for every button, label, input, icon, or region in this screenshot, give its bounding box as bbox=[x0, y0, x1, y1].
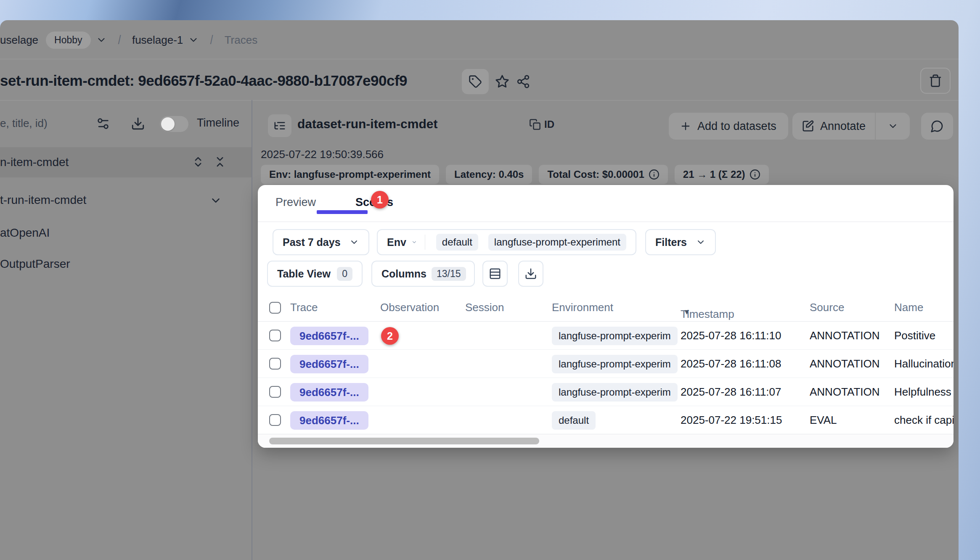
annotate-button[interactable]: Annotate bbox=[792, 113, 875, 140]
collapse-all-icon[interactable] bbox=[214, 155, 226, 169]
divider bbox=[425, 235, 425, 250]
col-environment[interactable]: Environment bbox=[552, 301, 613, 314]
environment-chip: langfuse-prompt-experim bbox=[552, 383, 678, 402]
env-value-chip[interactable]: langfuse-prompt-experiment bbox=[488, 234, 626, 251]
table-row[interactable]: 9ed6657f-... default 2025-07-22 19:51:15… bbox=[258, 406, 954, 434]
col-observation[interactable]: Observation bbox=[380, 301, 439, 314]
breadcrumb-project[interactable]: fuselage-1 bbox=[132, 34, 183, 47]
trace-id-chip[interactable]: 9ed6657f-... bbox=[290, 383, 368, 402]
annotate-pen-icon bbox=[802, 120, 814, 132]
name-cell: check if capital bbox=[894, 414, 954, 427]
sidebar-item[interactable]: t-run-item-cmdet bbox=[0, 188, 252, 212]
divider bbox=[0, 100, 959, 100]
row-density-button[interactable] bbox=[482, 261, 508, 287]
env-badge: Env: langfuse-prompt-experiment bbox=[261, 165, 439, 184]
star-button[interactable] bbox=[495, 74, 510, 89]
sidebar-item-label: n-item-cmdet bbox=[0, 156, 69, 169]
info-icon[interactable] bbox=[750, 169, 760, 180]
page-title: set-run-item-cmdet: 9ed6657f-52a0-4aac-9… bbox=[0, 72, 407, 89]
environment-chip: default bbox=[552, 411, 596, 430]
tag-button[interactable] bbox=[462, 69, 489, 94]
timestamp-cell: 2025-07-22 19:51:15 bbox=[681, 414, 782, 427]
annotation-marker-1: 1 bbox=[371, 191, 389, 209]
environment-chip: langfuse-prompt-experim bbox=[552, 355, 678, 373]
row-checkbox[interactable] bbox=[269, 414, 281, 426]
dimmed-app-panel: uselage Hobby / fuselage-1 / Traces set-… bbox=[0, 20, 959, 560]
table-view-button[interactable]: Table View 0 bbox=[267, 261, 363, 287]
columns-count: 13/15 bbox=[432, 267, 466, 281]
info-icon[interactable] bbox=[649, 169, 660, 180]
tab-bar: Preview Scores 1 bbox=[258, 185, 954, 222]
download-icon bbox=[524, 267, 537, 280]
table-row[interactable]: 9ed6657f-... langfuse-prompt-experim 202… bbox=[258, 350, 954, 378]
sidebar-item[interactable]: atOpenAI bbox=[0, 221, 252, 245]
name-cell: Postitive bbox=[894, 329, 935, 342]
filter-settings-icon[interactable] bbox=[95, 115, 111, 132]
table-row[interactable]: 9ed6657f-... langfuse-prompt-experim 202… bbox=[258, 378, 954, 406]
row-checkbox[interactable] bbox=[269, 330, 281, 341]
expand-all-icon[interactable] bbox=[192, 155, 204, 169]
add-to-datasets-button[interactable]: Add to datasets bbox=[669, 113, 788, 140]
chevron-down-icon[interactable] bbox=[188, 34, 199, 45]
name-cell: Hallucination bbox=[894, 357, 954, 370]
row-checkbox[interactable] bbox=[269, 358, 281, 370]
breadcrumb-separator: / bbox=[118, 33, 121, 47]
col-trace[interactable]: Trace bbox=[290, 301, 318, 314]
toggle-knob bbox=[161, 117, 175, 131]
select-all-checkbox[interactable] bbox=[269, 302, 281, 314]
source-cell: ANNOTATION bbox=[810, 329, 880, 342]
tokens-badge: 21 → 1 (Σ 22) bbox=[675, 165, 769, 184]
export-button[interactable] bbox=[518, 261, 543, 287]
horizontal-scrollbar[interactable] bbox=[258, 434, 954, 448]
source-cell: ANNOTATION bbox=[810, 357, 880, 370]
timeline-toggle[interactable] bbox=[160, 116, 188, 132]
trace-id-chip[interactable]: 9ed6657f-... bbox=[290, 411, 368, 430]
sidebar-divider bbox=[252, 100, 252, 560]
trace-id-chip[interactable]: 9ed6657f-... bbox=[290, 355, 368, 373]
chevron-down-icon[interactable] bbox=[96, 34, 107, 45]
chevron-down-icon bbox=[696, 237, 706, 247]
trace-title: dataset-run-item-cmdet bbox=[297, 117, 437, 131]
timestamp-cell: 2025-07-28 16:11:08 bbox=[681, 357, 781, 370]
trace-id-chip[interactable]: 9ed6657f-... bbox=[290, 327, 368, 345]
row-checkbox[interactable] bbox=[269, 386, 281, 398]
source-cell: EVAL bbox=[810, 414, 837, 427]
divider bbox=[0, 59, 959, 59]
chevron-down-icon bbox=[349, 237, 359, 247]
columns-button[interactable]: Columns 13/15 bbox=[371, 261, 475, 287]
breadcrumb-separator: / bbox=[210, 33, 213, 47]
env-value-chip[interactable]: default bbox=[436, 234, 478, 251]
annotate-dropdown-caret[interactable] bbox=[876, 113, 910, 140]
tab-preview[interactable]: Preview bbox=[275, 196, 316, 209]
sidebar-item-selected[interactable]: n-item-cmdet bbox=[0, 147, 252, 177]
timeline-label: Timeline bbox=[197, 116, 239, 129]
trace-timestamp: 2025-07-22 19:50:39.566 bbox=[261, 148, 384, 161]
search-input[interactable]: e, title, id) bbox=[0, 117, 48, 130]
breadcrumb-org[interactable]: uselage bbox=[0, 34, 38, 47]
col-source[interactable]: Source bbox=[810, 301, 844, 314]
source-cell: ANNOTATION bbox=[810, 386, 880, 399]
table-header: Trace Observation Session Environment Ti… bbox=[258, 294, 954, 322]
download-icon[interactable] bbox=[130, 115, 146, 132]
filters-button[interactable]: Filters bbox=[645, 229, 716, 255]
chevron-down-icon[interactable] bbox=[209, 194, 222, 207]
environment-chip: langfuse-prompt-experim bbox=[552, 327, 678, 345]
breadcrumb: uselage Hobby / fuselage-1 / Traces bbox=[0, 29, 257, 50]
env-filter[interactable]: Env default langfuse-prompt-experiment bbox=[377, 229, 636, 255]
annotate-split-button[interactable]: Annotate bbox=[792, 113, 910, 140]
date-range-button[interactable]: Past 7 days bbox=[273, 229, 369, 255]
breadcrumb-section[interactable]: Traces bbox=[225, 34, 258, 47]
col-name[interactable]: Name bbox=[894, 301, 923, 314]
table-row[interactable]: 9ed6657f-... 2 langfuse-prompt-experim 2… bbox=[258, 322, 954, 350]
scrollbar-thumb[interactable] bbox=[269, 438, 539, 444]
col-session[interactable]: Session bbox=[465, 301, 504, 314]
delete-button[interactable] bbox=[920, 68, 951, 94]
plus-icon bbox=[680, 120, 691, 132]
plan-badge: Hobby bbox=[46, 32, 90, 49]
sidebar-item[interactable]: OutputParser bbox=[0, 252, 252, 276]
copy-id-button[interactable]: ID bbox=[529, 119, 554, 130]
chevron-down-icon bbox=[411, 237, 417, 247]
comments-button[interactable] bbox=[921, 113, 953, 140]
trace-badges: Env: langfuse-prompt-experiment Latency:… bbox=[261, 165, 769, 184]
share-button[interactable] bbox=[516, 74, 531, 89]
